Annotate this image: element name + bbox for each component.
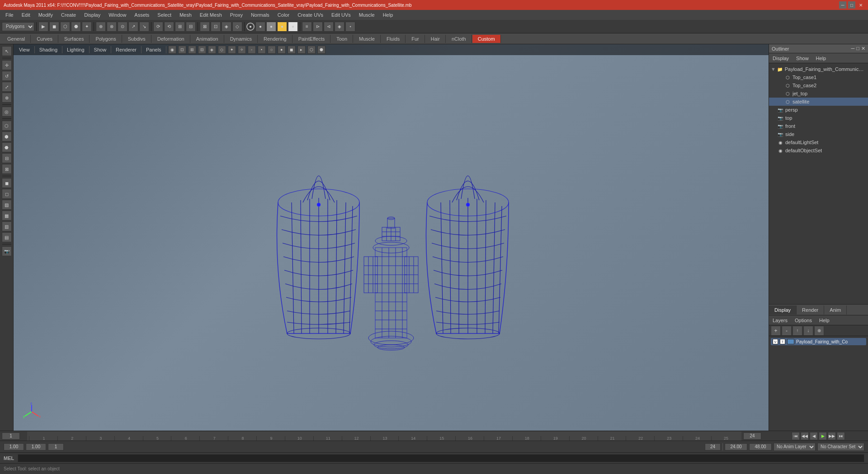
ruler-mark-22[interactable]: 22	[626, 436, 654, 441]
tab-ncloth[interactable]: nCloth	[446, 35, 472, 43]
vp-show-menu[interactable]: Show	[91, 46, 109, 53]
ruler-mark-12[interactable]: 12	[342, 436, 370, 441]
timeline-ruler[interactable]: 1234567891011121314151617181920212223242…	[27, 432, 741, 441]
vp-shading-menu[interactable]: Shading	[37, 46, 60, 53]
ruler-mark-24[interactable]: 24	[683, 436, 711, 441]
restore-button[interactable]: □	[848, 1, 855, 9]
toolbar-btn-16[interactable]: ⊡	[211, 22, 221, 32]
menu-edit[interactable]: Edit	[18, 11, 34, 19]
toolbar-btn-15[interactable]: ⊠	[200, 22, 210, 32]
timeline-end-input[interactable]	[743, 432, 761, 440]
toolbar-btn-17[interactable]: ◈	[222, 22, 231, 32]
vp-icon-btn-11[interactable]: ○	[268, 46, 276, 54]
outliner-item-persp[interactable]: 📷persp	[769, 106, 868, 114]
toolbar-btn-20[interactable]: ●	[255, 22, 265, 32]
tool-btn-extra-8[interactable]: ▨	[2, 200, 12, 210]
vp-icon-btn-16[interactable]: ⬣	[317, 46, 326, 54]
tab-rendering[interactable]: Rendering	[258, 35, 292, 43]
vp-icon-btn-14[interactable]: ▸	[297, 46, 306, 54]
menu-mesh[interactable]: Mesh	[176, 11, 195, 19]
tool-btn-extra-2[interactable]: ⬢	[2, 131, 12, 141]
ruler-mark-11[interactable]: 11	[313, 436, 342, 441]
tab-custom[interactable]: Custom	[472, 35, 501, 43]
menu-muscle[interactable]: Muscle	[355, 11, 378, 19]
outliner-item-defaultobjectset[interactable]: ◉defaultObjectSet	[769, 146, 868, 155]
layer-del-btn[interactable]: -	[782, 326, 792, 336]
toolbar-btn-18[interactable]: ◇	[232, 22, 242, 32]
toolbar-btn-25[interactable]: ⊳	[313, 22, 323, 32]
char-set-select[interactable]: No Character Set	[817, 443, 864, 451]
ruler-mark-10[interactable]: 10	[285, 436, 313, 441]
ruler-mark-19[interactable]: 19	[541, 436, 569, 441]
window-controls[interactable]: ─ □ ✕	[839, 1, 864, 9]
command-input[interactable]	[18, 454, 864, 462]
ruler-mark-5[interactable]: 5	[143, 436, 171, 441]
menu-create-uvs[interactable]: Create UVs	[294, 11, 327, 19]
tab-muscle[interactable]: Muscle	[354, 35, 381, 43]
vp-icon-btn-10[interactable]: •	[258, 46, 266, 54]
vp-icon-btn-4[interactable]: ⊟	[198, 46, 206, 54]
timeline-start-input[interactable]	[2, 432, 20, 440]
tab-animation[interactable]: Animation	[191, 35, 224, 43]
3d-model-viewport[interactable]	[14, 55, 769, 431]
tool-btn-extra-9[interactable]: ▦	[2, 211, 12, 221]
step-back-btn[interactable]: ◀◀	[801, 432, 809, 440]
soft-select-button[interactable]: ◎	[2, 107, 12, 117]
outliner-item-front[interactable]: 📷front	[769, 122, 868, 130]
toolbar-btn-19[interactable]: ●	[246, 23, 255, 31]
scale-tool-button[interactable]: ⤢	[2, 82, 12, 92]
vp-icon-btn-12[interactable]: ●	[278, 46, 286, 54]
tool-btn-extra-3[interactable]: ⬣	[2, 142, 12, 152]
close-button[interactable]: ✕	[857, 1, 864, 9]
outliner-item-satellite[interactable]: ⬡satellite	[769, 98, 868, 106]
ruler-mark-20[interactable]: 20	[569, 436, 598, 441]
tab-subdivs[interactable]: Subdivs	[123, 35, 151, 43]
toolbar-btn-8[interactable]: ⊙	[118, 22, 127, 32]
tool-btn-extra-10[interactable]: ▥	[2, 221, 12, 231]
tool-btn-extra-6[interactable]: ◼	[2, 178, 12, 188]
toolbar-btn-22[interactable]: ●	[277, 22, 287, 32]
vp-icon-btn-15[interactable]: ⬡	[307, 46, 316, 54]
layer-row[interactable]: V T Payload_Fairing_with_Co	[771, 338, 866, 345]
outliner-show-menu[interactable]: Show	[794, 55, 811, 62]
menu-select[interactable]: Select	[154, 11, 175, 19]
layer-render-tab[interactable]: Render	[797, 305, 824, 314]
ruler-mark-21[interactable]: 21	[598, 436, 626, 441]
tab-fur[interactable]: Fur	[406, 35, 425, 43]
menu-assets[interactable]: Assets	[131, 11, 153, 19]
toolbar-btn-26[interactable]: ⊲	[324, 22, 334, 32]
outliner-close-btn[interactable]: ✕	[861, 46, 865, 52]
tab-polygons[interactable]: Polygons	[90, 35, 122, 43]
menu-modify[interactable]: Modify	[35, 11, 57, 19]
step-fwd-btn[interactable]: ▶▶	[828, 432, 836, 440]
outliner-item-defaultlightset[interactable]: ◉defaultLightSet	[769, 138, 868, 146]
vp-view-menu[interactable]: View	[16, 46, 33, 53]
layer-down-btn[interactable]: ↓	[803, 326, 813, 336]
outliner-item-jet_top[interactable]: ⬡jet_top	[769, 89, 868, 98]
toolbar-btn-13[interactable]: ⊞	[175, 22, 185, 32]
options-menu[interactable]: Options	[793, 317, 814, 324]
toolbar-btn-6[interactable]: ⊕	[96, 22, 106, 32]
tab-deformation[interactable]: Deformation	[152, 35, 190, 43]
toolbar-btn-11[interactable]: ⟳	[153, 22, 163, 32]
toolbar-btn-12[interactable]: ⟲	[164, 22, 174, 32]
outliner-help-menu[interactable]: Help	[814, 55, 828, 62]
toolbar-btn-27[interactable]: ◈	[335, 22, 344, 32]
layer-display-tab[interactable]: Display	[769, 305, 797, 314]
universal-tool-button[interactable]: ⊕	[2, 93, 12, 103]
viewport[interactable]: View Shading Lighting Show Renderer Pane…	[14, 44, 769, 431]
anim-layer-select[interactable]: No Anim Layer	[774, 443, 816, 451]
tab-hair[interactable]: Hair	[425, 35, 446, 43]
tool-btn-extra-1[interactable]: ⬡	[2, 121, 12, 131]
select-tool-button[interactable]: ↖	[2, 46, 12, 56]
vp-icon-btn-7[interactable]: ✦	[228, 46, 236, 54]
menu-help[interactable]: Help	[379, 11, 397, 19]
toolbar-btn-28[interactable]: ⋆	[345, 22, 355, 32]
ruler-mark-16[interactable]: 16	[455, 436, 484, 441]
vp-icon-btn-5[interactable]: ◈	[208, 46, 216, 54]
ruler-mark-15[interactable]: 15	[427, 436, 455, 441]
expand-icon[interactable]: ▼	[771, 66, 775, 72]
play-back-btn[interactable]: ◀	[810, 432, 818, 440]
ruler-mark-9[interactable]: 9	[256, 436, 285, 441]
ruler-mark-18[interactable]: 18	[512, 436, 541, 441]
